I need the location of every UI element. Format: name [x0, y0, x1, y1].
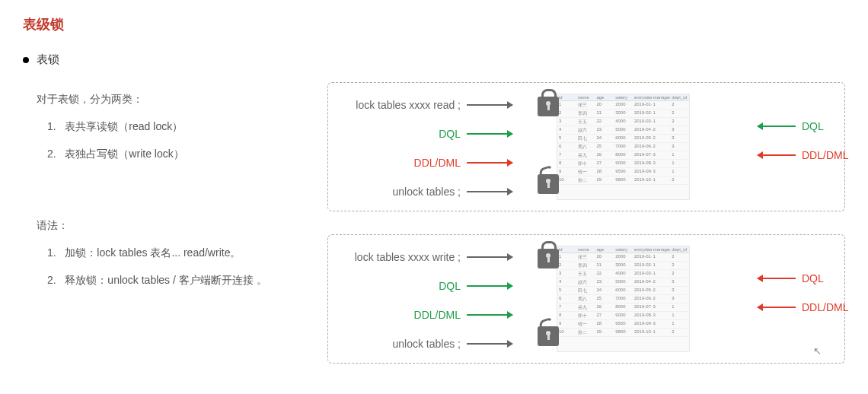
cmd-label: DDL/DML — [334, 157, 464, 169]
right-label-row: DDL/DML — [755, 296, 846, 319]
arrow-right-icon — [467, 343, 512, 345]
lock-open-icon — [538, 326, 559, 346]
data-table-graphic: id name age salary entrydate managerid d… — [557, 94, 690, 200]
cmd-label: unlock tables ; — [334, 186, 464, 198]
bullet-text: 表锁 — [37, 52, 59, 67]
th: age — [595, 246, 614, 253]
bullet-heading: 表锁 — [23, 52, 845, 67]
right-label-row: DDL/DML — [755, 144, 846, 167]
list-text: 表共享读锁（read lock） — [65, 120, 183, 132]
th: dept_id — [670, 94, 689, 100]
th: salary — [614, 246, 633, 253]
cmd-label: DQL — [334, 280, 464, 292]
type-2: 2. 表独占写锁（write lock） — [37, 143, 312, 164]
arrow-left-icon — [758, 154, 796, 156]
syntax-2: 2. 释放锁：unlock tables / 客户端断开连接 。 — [37, 269, 312, 291]
left-column: 对于表锁，分为两类： 1. 表共享读锁（read lock） 2. 表独占写锁（… — [23, 82, 312, 364]
cmd-label: DDL/DML — [334, 309, 464, 321]
th: dept_id — [670, 246, 689, 253]
right-label: DQL — [799, 120, 824, 132]
arrow-left-icon — [758, 126, 796, 127]
th: entrydate — [633, 94, 652, 100]
type-1: 1. 表共享读锁（read lock） — [37, 116, 312, 137]
cmd-label: lock tables xxxx read ; — [334, 99, 464, 111]
list-text: 释放锁：unlock tables / 客户端断开连接 。 — [65, 274, 266, 286]
list-num: 2. — [47, 148, 56, 160]
list-text: 表独占写锁（write lock） — [65, 148, 183, 160]
th: id — [557, 94, 576, 100]
right-column: id name age salary entrydate managerid d… — [327, 82, 845, 364]
arrow-right-icon — [467, 314, 512, 316]
th: managerid — [652, 246, 671, 253]
cmd-label: unlock tables ; — [334, 338, 464, 350]
page-title: 表级锁 — [23, 15, 845, 33]
right-labels: DQL DDL/DML — [755, 235, 846, 319]
arrow-right-icon — [467, 256, 512, 258]
bullet-icon — [23, 57, 29, 63]
th: entrydate — [633, 246, 652, 253]
diagram-read-lock: id name age salary entrydate managerid d… — [327, 82, 845, 211]
th: id — [557, 246, 576, 253]
lock-closed-icon — [538, 97, 559, 116]
th: managerid — [652, 94, 671, 100]
cmd-label: lock tables xxxx write ; — [334, 251, 464, 263]
arrow-right-icon — [467, 191, 512, 192]
list-num: 1. — [47, 246, 56, 259]
list-num: 1. — [47, 120, 56, 132]
th: name — [576, 94, 595, 100]
arrow-left-icon — [758, 307, 796, 308]
arrow-right-icon — [467, 104, 512, 106]
right-label-row: DQL — [755, 267, 846, 290]
list-num: 2. — [47, 274, 56, 286]
data-table-graphic: id name age salary entrydate managerid d… — [557, 246, 690, 352]
intro-text: 对于表锁，分为两类： — [37, 88, 312, 110]
right-label-row: DQL — [755, 115, 846, 138]
lock-closed-icon — [538, 249, 559, 268]
content-area: 对于表锁，分为两类： 1. 表共享读锁（read lock） 2. 表独占写锁（… — [23, 82, 845, 364]
arrow-right-icon — [467, 162, 512, 164]
lock-open-icon — [538, 174, 559, 194]
cursor-icon: ↖ — [813, 345, 822, 357]
arrow-left-icon — [758, 278, 796, 279]
th: age — [595, 94, 614, 100]
syntax-title: 语法： — [37, 214, 312, 236]
right-label: DQL — [799, 272, 824, 284]
diagram-write-lock: id name age salary entrydate managerid d… — [327, 234, 845, 364]
right-label: DDL/DML — [799, 149, 848, 161]
list-text: 加锁：lock tables 表名... read/write。 — [65, 246, 241, 259]
right-label: DDL/DML — [799, 301, 848, 313]
arrow-right-icon — [467, 285, 512, 287]
th: salary — [614, 94, 633, 100]
syntax-1: 1. 加锁：lock tables 表名... read/write。 — [37, 242, 312, 263]
arrow-right-icon — [467, 133, 512, 135]
right-labels: DQL DDL/DML — [755, 83, 846, 167]
cmd-label: DQL — [334, 128, 464, 140]
th: name — [576, 246, 595, 253]
